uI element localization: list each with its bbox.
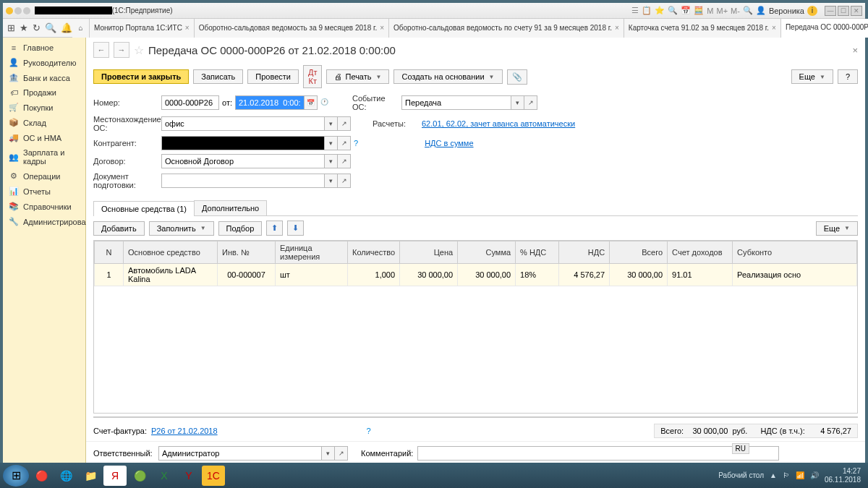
tool-icon[interactable]: 📅 [681,6,691,15]
fill-button[interactable]: Заполнить▼ [149,221,214,236]
chevron-down-icon[interactable]: ▾ [325,116,338,131]
number-input[interactable] [161,95,219,110]
chevron-down-icon[interactable]: ▾ [511,95,524,110]
maximize-button[interactable]: ☐ [838,6,849,16]
event-input[interactable] [401,95,511,110]
table-more-button[interactable]: Еще▼ [816,221,858,236]
resp-input[interactable] [158,446,322,461]
print-button[interactable]: 🖨Печать▼ [326,69,389,84]
clock[interactable]: 14:27 06.11.2018 [825,467,861,484]
back-button[interactable]: ← [93,42,109,58]
star-icon[interactable]: ☆ [134,43,144,57]
tab-active[interactable]: Передача ОС 0000-000Р26 от 21.02.2018 0:… [781,19,868,38]
create-based-button[interactable]: Создать на основании▼ [393,69,502,84]
calendar-icon[interactable]: 📅 [305,95,318,110]
forward-button[interactable]: → [114,42,129,58]
sidebar-item-hr[interactable]: 👥Зарплата и кадры [3,145,85,168]
search-icon[interactable]: 🔍 [45,22,56,33]
taskbar-app-1c[interactable]: 1С [202,466,225,486]
chevron-down-icon[interactable]: ▾ [325,174,338,188]
vat-link[interactable]: НДС в сумме [425,139,473,147]
sidebar-item-admin[interactable]: 🔧Администрирование [3,214,85,229]
sidebar-item-assets[interactable]: 🚚ОС и НМА [3,130,85,145]
subtab-extra[interactable]: Дополнительно [194,200,267,215]
tool-icon[interactable]: 🧮 [694,6,704,15]
close-icon[interactable]: × [852,45,858,56]
sidebar-item-main[interactable]: ≡Главное [3,40,85,55]
tab-home[interactable]: ⌂ [72,19,90,38]
grid[interactable]: N Основное средство Инв. № Единица измер… [93,240,858,414]
comment-input[interactable] [417,446,779,461]
start-button[interactable]: ⊞ [3,465,29,487]
chevron-down-icon[interactable]: ▾ [325,136,338,150]
close-icon[interactable]: × [380,24,384,32]
post-close-button[interactable]: Провести и закрыть [93,69,189,84]
open-icon[interactable]: ↗ [338,154,351,168]
tab[interactable]: Карточка счета 91.02 за 9 месяцев 2018 г… [624,19,781,38]
location-input[interactable] [161,116,325,131]
open-icon[interactable]: ↗ [338,174,351,188]
taskbar-app-ie[interactable]: 🌐 [54,466,77,486]
grid-row[interactable]: 1 Автомобиль LADA Kalina 00-000007 шт 1,… [95,264,857,286]
dt-kt-button[interactable]: ДтКт [303,65,323,88]
close-icon[interactable]: × [615,24,619,32]
sidebar-item-bank[interactable]: 🏦Банк и касса [3,70,85,85]
tab[interactable]: Монитор Портала 1С:ИТС× [90,19,195,38]
sidebar-item-operations[interactable]: ⚙Операции [3,168,85,184]
h-scrollbar[interactable] [93,416,858,418]
prepdoc-input[interactable] [161,174,325,188]
taskbar-app-explorer[interactable]: 📁 [79,466,102,486]
search-icon[interactable]: 🔍 [743,6,753,15]
chevron-down-icon[interactable]: ▾ [325,154,338,168]
tab[interactable]: Оборотно-сальдовая ведомость за 9 месяце… [195,19,389,38]
help-button[interactable]: ? [838,69,858,84]
open-icon[interactable]: ↗ [524,95,537,110]
star-icon[interactable]: ★ [20,22,28,33]
taskbar-app-excel[interactable]: X [153,466,176,486]
taskbar-app-yandex[interactable]: Я [103,466,127,486]
network-icon[interactable]: 📶 [796,471,804,479]
minimize-button[interactable]: — [825,6,836,16]
tool-icon[interactable]: M+ [716,7,728,15]
tool-icon[interactable]: 🔍 [668,6,678,15]
sidebar-item-purchases[interactable]: 🛒Покупки [3,100,85,115]
tab[interactable]: Оборотно-сальдовая ведомость по счету 91… [389,19,624,38]
date-input[interactable] [235,95,305,110]
open-icon[interactable]: ↗ [335,446,348,461]
sidebar-item-reports[interactable]: 📊Отчеты [3,184,85,199]
sidebar-item-manager[interactable]: 👤Руководителю [3,55,85,70]
calc-link[interactable]: 62.01, 62.02, зачет аванса автоматически [422,119,575,128]
tool-icon[interactable]: ⭐ [655,6,665,15]
close-button[interactable]: ✕ [851,6,862,16]
sidebar-item-warehouse[interactable]: 📦Склад [3,115,85,130]
invoice-link[interactable]: Р26 от 21.02.2018 [151,427,218,435]
open-icon[interactable]: ↗ [338,116,351,131]
chevron-down-icon[interactable]: ▾ [322,446,335,461]
flag-icon[interactable]: 🏳 [783,471,790,479]
help-icon[interactable]: ? [367,427,371,435]
close-icon[interactable]: × [185,24,190,32]
tool-icon[interactable]: 📋 [642,6,652,15]
more-button[interactable]: Еще▼ [791,69,833,84]
move-down-button[interactable]: ⬇ [287,221,304,236]
open-icon[interactable]: ↗ [338,136,351,150]
sidebar-item-sales[interactable]: 🏷Продажи [3,85,85,100]
tool-icon[interactable]: M- [731,7,740,15]
pick-button[interactable]: Подбор [218,221,263,236]
history-icon[interactable]: ↻ [33,22,41,33]
taskbar-app-yandex2[interactable]: Y [177,466,200,486]
sidebar-item-refs[interactable]: 📚Справочники [3,199,85,214]
attach-button[interactable]: 📎 [507,69,527,85]
clock-icon[interactable]: 🕐 [318,95,331,110]
move-up-button[interactable]: ⬆ [266,221,283,236]
taskbar-app-opera[interactable]: 🔴 [30,466,53,486]
post-button[interactable]: Провести [247,69,299,84]
tool-icon[interactable]: M [707,7,713,15]
close-icon[interactable]: × [772,24,776,32]
tray-icon[interactable]: ▲ [770,471,777,479]
info-icon[interactable]: i [807,6,817,16]
sound-icon[interactable]: 🔊 [810,471,819,479]
counterparty-input[interactable] [161,136,325,150]
help-icon[interactable]: ? [354,139,358,147]
add-button[interactable]: Добавить [93,221,145,236]
